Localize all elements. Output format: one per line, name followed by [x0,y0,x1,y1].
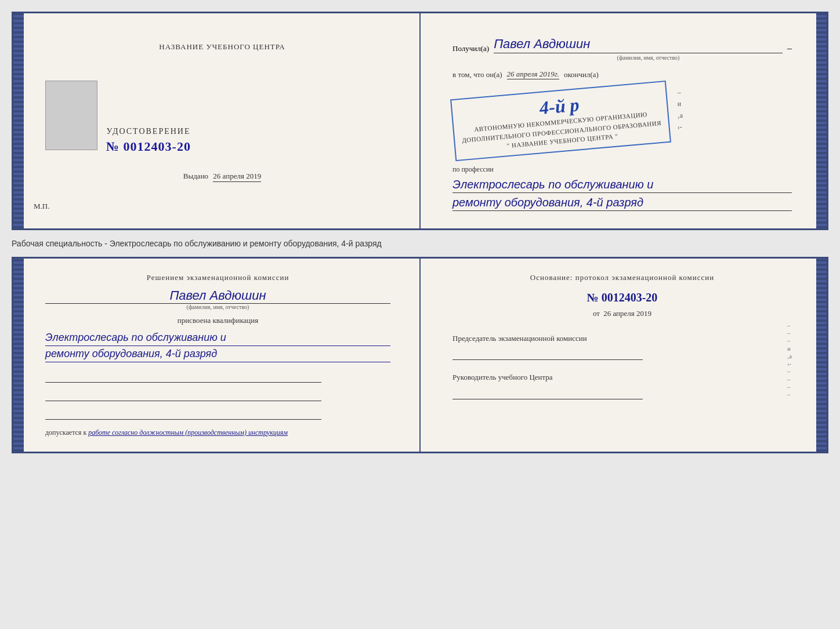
recipient-name: Павел Авдюшин [494,37,783,53]
person-name-bottom: Павел Авдюшин [45,288,390,304]
bottom-document: Решением экзаменационной комиссии Павел … [12,257,828,453]
okoncil-label: окончил(а) [564,70,599,79]
profession-line2: ремонту оборудования, 4-й разряд [452,194,792,211]
issued-date: Выдано 26 апреля 2019 [183,172,261,181]
bottom-right-panel: Основание: протокол экзаменационной коми… [421,259,827,452]
sig-line-2 [45,390,321,401]
mp-label: М.П. [34,202,49,211]
protocol-num: № 0012403-20 [452,291,792,304]
profession-label: по профессии [452,165,792,174]
top-left-panel: НАЗВАНИЕ УЧЕБНОГО ЦЕНТРА УДОСТОВЕРЕНИЕ №… [13,13,421,228]
top-document: НАЗВАНИЕ УЧЕБНОГО ЦЕНТРА УДОСТОВЕРЕНИЕ №… [12,12,828,230]
top-right-panel: Получил(а) Павел Авдюшин – (фамилия, имя… [421,13,827,228]
fio-hint-bottom: (фамилия, имя, отчество) [45,304,390,310]
bottom-left-panel: Решением экзаменационной комиссии Павел … [13,259,421,452]
prisvoena: присвоена квалификация [45,316,390,325]
issued-date-value: 26 апреля 2019 [213,172,261,182]
stamp-block: 4-й р АВТОНОМНУЮ НЕКОММЕРЧЕСКУЮ ОРГАНИЗА… [450,81,671,161]
photo-placeholder [45,81,97,150]
ot-date: от 26 апреля 2019 [452,309,792,318]
vtom-date: 26 апреля 2019г. [507,70,559,79]
dopusk-value: работе согласно должностным (производств… [88,428,288,437]
separator-text: Рабочая специальность - Электрослесарь п… [12,236,828,251]
qual-line1: Электрослесарь по обслуживанию и [45,330,390,346]
top-left-title: НАЗВАНИЕ УЧЕБНОГО ЦЕНТРА [159,42,285,52]
top-right-content: Получил(а) Павел Авдюшин – (фамилия, имя… [441,31,806,211]
sig-line-3 [45,408,321,420]
director-sig-line [452,388,643,399]
dopuskaetsya: допускается к работе согласно должностны… [45,428,390,437]
cert-type: УДОСТОВЕРЕНИЕ № 0012403-20 [106,104,191,154]
fio-hint-top: (фамилия, имя, отчество) [505,54,792,61]
qual-line2: ремонту оборудования, 4-й разряд [45,346,390,362]
vtom-label: в том, что он(а) [452,70,502,79]
chairman-sig-line [452,348,643,360]
commission-title: Решением экзаменационной комиссии [45,273,390,282]
osnov-title: Основание: протокол экзаменационной коми… [452,273,792,282]
director: Руководитель учебного Центра [452,372,770,399]
ot-date-value: 26 апреля 2019 [603,309,651,318]
page-container: НАЗВАНИЕ УЧЕБНОГО ЦЕНТРА УДОСТОВЕРЕНИЕ №… [12,12,828,453]
qualification-lines: Электрослесарь по обслуживанию и ремонту… [45,330,390,362]
signature-lines [45,371,390,420]
profession-line1: Электрослесарь по обслуживанию и [452,176,792,193]
sig-line-1 [45,371,321,383]
poluchil-label: Получил(а) [452,44,489,53]
chairman: Председатель экзаменационной комиссии [452,333,770,361]
cert-number: № 0012403-20 [106,139,191,154]
